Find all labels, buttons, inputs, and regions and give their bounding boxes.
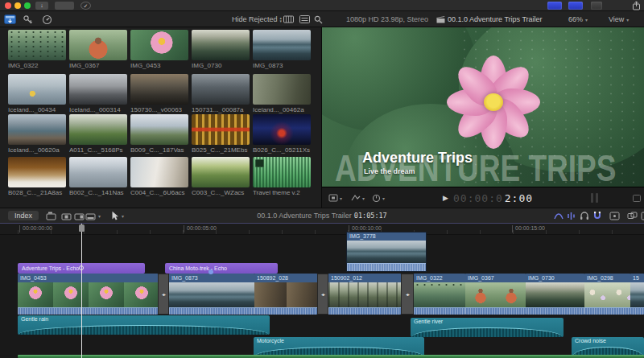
transitions-browser-icon[interactable]	[627, 208, 638, 223]
transition-clip[interactable]: ◂▸	[158, 274, 169, 315]
timeline-ruler[interactable]: 00:00:00:0000:00:05:0000:00:10:0000:00:1…	[0, 224, 644, 235]
viewer-zoom-menu[interactable]: 66%▾	[568, 11, 588, 27]
clip-thumbnail[interactable]	[8, 157, 66, 187]
clip-thumbnail[interactable]	[8, 74, 66, 105]
clip-thumbnail[interactable]	[69, 74, 127, 105]
audio-clip[interactable]: Gentle rain	[18, 315, 270, 335]
tool-menu-pointer-icon[interactable]: ▾	[111, 208, 124, 223]
clip-thumbnail[interactable]	[253, 157, 311, 187]
browser-clip[interactable]: A011_C..._5168Ps	[69, 114, 127, 154]
clip-thumbnail[interactable]	[192, 157, 250, 187]
browser-clip[interactable]: B025_C..._21MEbs	[192, 114, 250, 154]
share-icon[interactable]	[632, 1, 641, 10]
solo-icon[interactable]	[580, 208, 589, 223]
append-edit-icon[interactable]	[74, 208, 85, 223]
video-clip[interactable]: 15	[630, 274, 644, 315]
browser-clip[interactable]: Iceland..._00620a	[8, 114, 66, 154]
zoom-window-button[interactable]	[24, 2, 31, 9]
browser-clip[interactable]: B009_C..._187Vas	[130, 114, 188, 154]
connect-edit-icon[interactable]	[46, 208, 56, 223]
browser-clip[interactable]: IMG_0730	[192, 30, 250, 69]
browser-clip[interactable]: 150730..._v00063	[130, 74, 188, 113]
title-clip[interactable]: China Moto-trek - Echo	[165, 263, 278, 274]
audio-clip[interactable]: Gentle river	[411, 318, 564, 337]
download-icon[interactable]: ↓	[35, 2, 48, 10]
effects-menu-icon[interactable]: ▾	[372, 187, 385, 208]
close-window-button[interactable]	[5, 2, 11, 9]
import-media-icon[interactable]	[4, 11, 16, 27]
clip-thumbnail[interactable]	[253, 74, 311, 105]
browser-clip[interactable]: Iceland..._00434	[8, 74, 66, 113]
music-clip[interactable]	[18, 355, 644, 358]
clip-thumbnail[interactable]	[130, 30, 188, 60]
clip-thumbnail[interactable]	[192, 30, 250, 60]
browser-clip[interactable]: B028_C..._21A8as	[8, 157, 66, 196]
browser-clip[interactable]: Travel theme v.2	[253, 157, 311, 196]
search-icon[interactable]	[314, 11, 323, 27]
play-button[interactable]: ▶	[443, 187, 448, 208]
browser-clip[interactable]: IMG_0873	[253, 30, 311, 69]
browser-clip[interactable]: Iceland..._000314	[69, 74, 127, 113]
clip-thumbnail[interactable]	[192, 74, 250, 105]
clip-thumbnail[interactable]	[130, 74, 188, 105]
clip-thumbnail[interactable]	[8, 114, 66, 145]
viewer-view-menu[interactable]: View▾	[609, 11, 629, 27]
transition-clip[interactable]: ◂▸	[317, 274, 328, 315]
media-browser-icon[interactable]	[641, 208, 644, 223]
playhead[interactable]	[81, 224, 82, 358]
effects-browser-icon[interactable]	[609, 208, 620, 223]
audio-meters[interactable]	[591, 187, 598, 208]
transition-clip[interactable]: ◂▸	[401, 274, 414, 315]
hide-rejected-filter[interactable]: Hide Rejected ▴▾	[232, 11, 282, 27]
index-button[interactable]: Index	[8, 208, 39, 223]
overwrite-edit-icon[interactable]: ▾	[85, 208, 101, 223]
keyword-editor-icon[interactable]	[23, 11, 33, 27]
clip-thumbnail[interactable]	[69, 114, 127, 145]
video-clip[interactable]: IMG_0453	[18, 274, 158, 315]
keyframe-ring[interactable]	[79, 265, 84, 270]
playhead-handle[interactable]	[79, 224, 85, 232]
audio-clip[interactable]: Crowd noise	[572, 337, 644, 356]
video-clip[interactable]: IMG_0873	[169, 274, 254, 315]
clip-thumbnail[interactable]	[253, 30, 311, 60]
browser-clip[interactable]: Iceland..._00462a	[253, 74, 311, 113]
marker[interactable]	[208, 270, 213, 274]
transform-menu-icon[interactable]: ▾	[328, 187, 342, 208]
video-clip[interactable]: IMG_0367	[465, 274, 526, 315]
browser-clip[interactable]: B026_C..._05211Xs	[253, 114, 311, 154]
snapping-icon[interactable]	[592, 208, 602, 223]
audio-clip[interactable]: Motorcycle	[254, 337, 424, 356]
clip-appearance-icon[interactable]	[299, 11, 310, 27]
video-clip[interactable]: IMG_0730	[526, 274, 584, 315]
clip-thumbnail[interactable]	[192, 114, 250, 145]
timeline-tracks[interactable]: 00:00:00:0000:00:05:0000:00:10:0000:00:1…	[0, 224, 644, 358]
video-clip[interactable]: IMG_0322	[414, 274, 465, 315]
browser-clip[interactable]: IMG_0453	[130, 30, 188, 69]
clip-thumbnail[interactable]	[130, 114, 188, 145]
connected-clip[interactable]: IMG_3778	[346, 232, 427, 272]
clip-name: B002_C..._141Nas	[69, 189, 127, 196]
audio-skimming-icon[interactable]	[567, 208, 576, 223]
browser-clip[interactable]: C004_C..._6U6acs	[130, 157, 188, 196]
browser-clip[interactable]: B002_C..._141Nas	[69, 157, 127, 196]
video-clip[interactable]: 150892_028	[254, 274, 317, 315]
clip-thumbnail[interactable]	[253, 114, 311, 145]
browser-clip[interactable]: IMG_0367	[69, 30, 127, 69]
minimize-window-button[interactable]	[14, 2, 21, 9]
filmstrip-view-icon[interactable]	[283, 11, 294, 27]
clip-thumbnail[interactable]	[130, 157, 188, 187]
insert-edit-icon[interactable]	[61, 208, 72, 223]
background-tasks-icon[interactable]	[42, 11, 52, 27]
browser-clip[interactable]: IMG_0322	[8, 30, 66, 69]
clip-thumbnail[interactable]	[8, 30, 66, 60]
check-circle-icon[interactable]: ✓	[80, 2, 91, 10]
clip-thumbnail[interactable]	[69, 157, 127, 187]
video-clip[interactable]: IMG_0298	[584, 274, 630, 315]
browser-clip[interactable]: C003_C..._WZacs	[192, 157, 250, 196]
video-clip[interactable]: 150902_012	[328, 274, 401, 315]
skimming-icon[interactable]	[554, 208, 564, 223]
browser-clip[interactable]: 150731..._00087a	[192, 74, 250, 113]
retime-menu-icon[interactable]: ▾	[351, 187, 365, 208]
viewer-corner-icon[interactable]	[633, 187, 641, 208]
clip-thumbnail[interactable]	[69, 30, 127, 60]
